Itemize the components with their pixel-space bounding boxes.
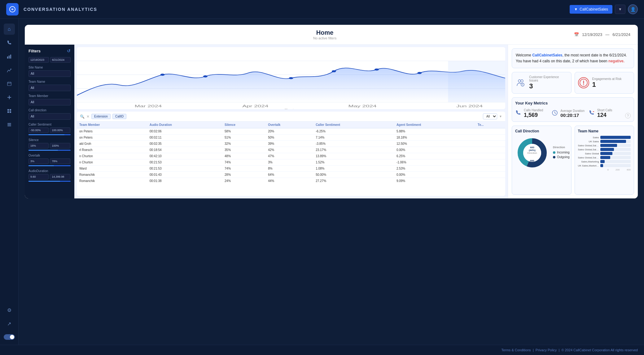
svg-rect-4 [7,82,11,86]
team-name-label: Team Name [28,80,71,83]
table-filter-dropdown-icon: ▼ [499,115,502,118]
cell-silence: 28% [222,172,265,178]
silence-min-input[interactable] [28,143,49,149]
cell-audio: 00:21:53 [147,166,222,172]
incoming-label: Incoming [557,151,570,154]
svg-rect-15 [7,124,11,125]
caller-sentiment-max-input[interactable] [50,127,70,133]
sidebar-item-calendar[interactable] [4,78,15,89]
cell-caller-sent: 27.27% [313,178,394,184]
svg-text:Mar 2024: Mar 2024 [135,104,162,108]
bar-track [600,156,631,159]
app-title: CONVERSATION ANALYTICS [24,7,570,12]
date-range: 📅 12/19/2023 — 6/21/2024 [574,32,630,37]
bar-label: Sales Global [578,152,599,155]
incoming-pct-label: 683(44%) [529,146,535,152]
avg-duration-value: 00:20:17 [560,113,585,118]
svg-rect-3 [10,55,11,59]
account-label: CallCabinetSales [580,7,608,11]
people-icon [515,77,526,88]
help-icon[interactable]: ? [625,113,631,118]
avatar[interactable]: 👤 [628,4,638,14]
sidebar-item-analytics[interactable] [4,51,15,62]
team-member-filter: Team Member All [28,94,71,105]
call-direction-title: Call Direction [515,129,568,133]
team-name-select[interactable]: All [28,85,71,91]
short-calls-label: Short Calls [597,109,612,112]
svg-point-34 [521,80,523,82]
reset-filters-button[interactable]: ↺ [67,48,71,53]
overtalk-filter: Overtalk [28,154,71,166]
sidebar-item-charts[interactable] [4,64,15,76]
cell-agent-sent: 18.18% [394,135,475,141]
bar-track [600,164,631,167]
theme-toggle[interactable] [4,334,15,340]
secondary-dropdown[interactable]: ▼ [615,5,625,14]
sidebar: ⌂ [0,19,19,345]
sidebar-item-list[interactable] [4,119,15,130]
cell-overtalk: 3% [265,159,313,166]
site-name-filter: Site Name All [28,66,71,77]
caller-sentiment-min-input[interactable] [28,127,49,133]
customer-issues-value: 3 [529,82,568,90]
svg-rect-27 [448,61,505,102]
privacy-link[interactable]: Privacy Policy [536,348,557,352]
cell-agent-sent: 12.50% [394,141,475,147]
table-row: Romanchik 00:01:38 24% 44% 27.27% 9.09% [77,178,505,184]
card-body: Filters ↺ Site Name All [25,45,638,198]
bar-fill [600,152,612,155]
overtalk-min-input[interactable] [28,158,49,164]
overtalk-slider[interactable] [28,165,71,166]
sidebar-item-home[interactable]: ⌂ [4,24,15,35]
svg-rect-13 [10,111,11,113]
sidebar-item-settings[interactable]: ⚙ [4,304,15,316]
team-member-select[interactable]: All [28,99,71,105]
table-filter-select[interactable]: All [483,113,497,119]
end-date-input[interactable] [50,57,71,63]
bar-track [600,148,631,151]
cell-member: Romanchik [77,178,147,184]
audio-duration-min-input[interactable] [28,174,49,180]
callid-button[interactable]: CallID [112,114,126,119]
silence-max-input[interactable] [50,143,70,149]
bar-row: Sales Global [578,152,631,155]
bar-row: Sales Global,Sales... [578,148,631,151]
svg-point-37 [522,85,523,86]
bar-x-200: 200 [616,168,620,171]
terms-link[interactable]: Terms & Conditions [501,348,531,352]
cell-agent-sent: 5.88% [394,128,475,135]
filters-title: Filters [28,49,41,53]
search-icon: 🔍 [80,114,85,119]
svg-point-21 [160,74,165,76]
team-name-title: Team Name [578,129,631,133]
sidebar-item-export[interactable]: ↗ [4,318,15,329]
dropdown-icon: ▼ [574,7,578,11]
start-date-input[interactable] [28,57,49,63]
site-name-select[interactable]: All [28,70,71,77]
cell-audio: 00:42:10 [147,153,222,159]
right-panel: Welcome CallCabinetSales, the most recen… [508,45,638,198]
call-direction-card: Call Direction [512,126,572,195]
cell-overtalk: 50% [265,135,313,141]
account-button[interactable]: ▼ CallCabinetSales [570,5,612,14]
cell-audio: 00:18:54 [147,147,222,153]
short-call-icon [589,110,595,118]
table-row: on Peters 00:02:11 51% 50% 7.14% 18.18% [77,135,505,141]
cell-caller-sent: -6.25% [313,128,394,135]
bar-track [600,144,631,147]
sidebar-item-add[interactable] [4,92,15,103]
silence-slider[interactable] [28,150,71,151]
audio-duration-max-input[interactable] [50,174,70,180]
middle-panel: Mar 2024 Apr 2024 May 2024 Jun 2024 Date… [74,45,508,198]
extension-button[interactable]: Extension [91,114,111,119]
main-layout: ⌂ [0,19,644,345]
audio-duration-slider[interactable] [28,181,71,182]
caller-sentiment-slider[interactable] [28,134,71,135]
avg-duration-label: Average Duration [560,109,585,113]
sidebar-item-grid[interactable] [4,105,15,117]
overtalk-max-input[interactable] [50,158,70,164]
close-icon[interactable]: ✕ [86,114,90,119]
sidebar-item-phone[interactable] [4,37,15,48]
data-table-area: 🔍 ✕ Extension CallID All ▼ [77,112,505,196]
call-direction-select[interactable]: All [28,113,71,120]
